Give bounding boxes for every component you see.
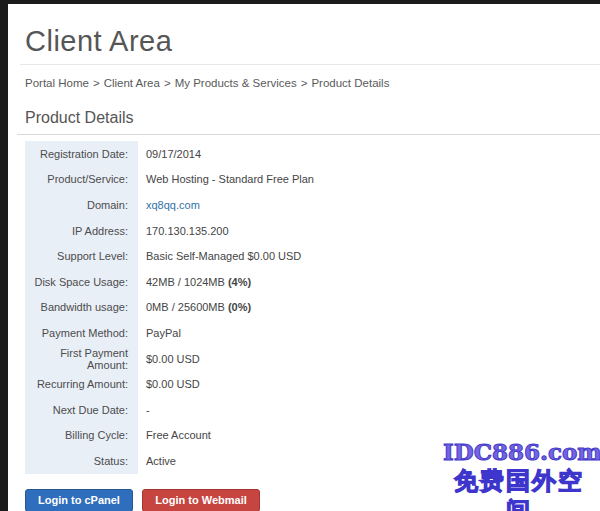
table-row: Disk Space Usage:42MB / 1024MB (4%) — [25, 269, 585, 295]
login-cpanel-button[interactable]: Login to cPanel — [25, 489, 133, 511]
breadcrumb: Portal Home>Client Area>My Products & Se… — [25, 76, 600, 91]
row-label: IP Address: — [25, 218, 138, 244]
row-label: Product/Service: — [25, 167, 138, 193]
breadcrumb-item[interactable]: My Products & Services — [175, 77, 297, 89]
row-value: $0.00 USD — [138, 378, 200, 390]
row-label: Recurring Amount: — [25, 371, 138, 397]
main-content: Client Area Portal Home>Client Area>My P… — [8, 4, 600, 511]
page-title: Client Area — [25, 23, 600, 59]
table-row: Billing Cycle:Free Account — [25, 423, 585, 449]
row-value: Active — [138, 455, 176, 467]
row-value: $0.00 USD — [138, 353, 200, 365]
section-title: Product Details — [17, 108, 600, 135]
row-value: 09/17/2014 — [138, 148, 201, 160]
row-label: Next Due Date: — [25, 397, 138, 423]
row-value: Basic Self-Managed $0.00 USD — [138, 250, 301, 262]
domain-link[interactable]: xq8qq.com — [146, 199, 200, 211]
login-webmail-button[interactable]: Login to Webmail — [142, 489, 259, 511]
table-row: Bandwidth usage:0MB / 25600MB (0%) — [25, 295, 585, 321]
row-label: Status: — [25, 448, 138, 474]
row-label: First Payment Amount: — [25, 346, 138, 372]
row-label: Billing Cycle: — [25, 423, 138, 449]
table-row: Domain:xq8qq.com — [25, 192, 585, 218]
row-value: Free Account — [138, 429, 211, 441]
table-row: Next Due Date:- — [25, 397, 585, 423]
row-label: Domain: — [25, 192, 138, 218]
row-label: Disk Space Usage: — [25, 269, 138, 295]
table-row: Support Level:Basic Self-Managed $0.00 U… — [25, 243, 585, 269]
row-label: Bandwidth usage: — [25, 295, 138, 321]
breadcrumb-separator: > — [160, 77, 175, 89]
row-value: PayPal — [138, 327, 181, 339]
table-row: First Payment Amount:$0.00 USD — [25, 346, 585, 372]
breadcrumb-separator: > — [89, 77, 104, 89]
row-label: Support Level: — [25, 243, 138, 269]
row-value: xq8qq.com — [138, 199, 200, 211]
product-details-table: Registration Date:09/17/2014Product/Serv… — [25, 141, 585, 474]
table-row: IP Address:170.130.135.200 — [25, 218, 585, 244]
table-row: Product/Service:Web Hosting - Standard F… — [25, 167, 585, 193]
row-value: Web Hosting - Standard Free Plan — [138, 173, 314, 185]
row-value: - — [138, 404, 150, 416]
row-label: Payment Method: — [25, 320, 138, 346]
breadcrumb-separator: > — [297, 77, 312, 89]
table-row: Recurring Amount:$0.00 USD — [25, 371, 585, 397]
row-value: 170.130.135.200 — [138, 225, 229, 237]
breadcrumb-item: Product Details — [311, 77, 389, 89]
row-value: 0MB / 25600MB (0%) — [138, 301, 251, 313]
table-row: Status:Active — [25, 448, 585, 474]
header-divider — [20, 64, 600, 65]
row-label: Registration Date: — [25, 141, 138, 167]
action-buttons: Login to cPanel Login to Webmail — [25, 489, 600, 511]
breadcrumb-item[interactable]: Portal Home — [25, 77, 89, 89]
table-row: Registration Date:09/17/2014 — [25, 141, 585, 167]
breadcrumb-item[interactable]: Client Area — [104, 77, 160, 89]
left-border-bar — [0, 0, 8, 511]
row-value: 42MB / 1024MB (4%) — [138, 276, 251, 288]
table-row: Payment Method:PayPal — [25, 320, 585, 346]
